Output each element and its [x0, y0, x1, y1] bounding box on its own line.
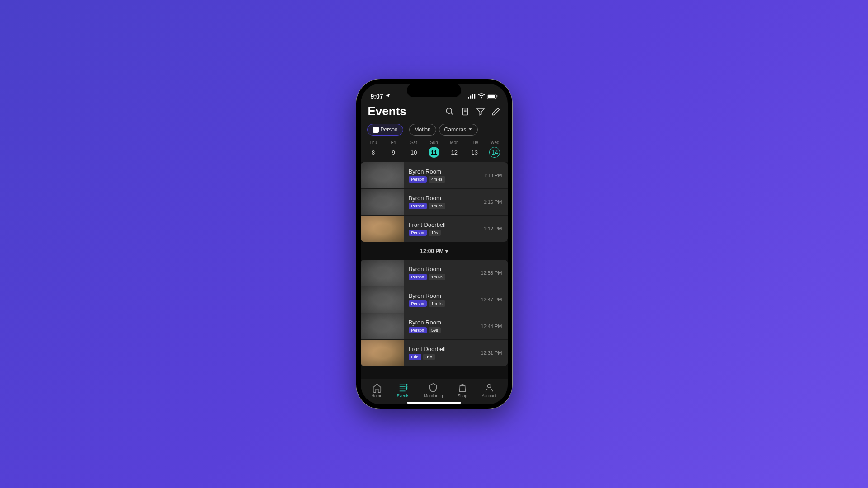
nav-label: Home	[372, 394, 382, 398]
event-time: 1:12 PM	[484, 226, 502, 231]
day-name: Wed	[490, 140, 499, 145]
nav-label: Events	[397, 394, 410, 398]
event-time: 1:16 PM	[484, 199, 502, 205]
svg-rect-1	[470, 96, 471, 99]
day-13[interactable]: Tue13	[469, 140, 480, 158]
time-section-header[interactable]: 12:00 PM ▾	[361, 243, 508, 260]
nav-monitoring[interactable]: Monitoring	[424, 383, 443, 398]
event-row[interactable]: Byron RoomPerson1m 5s12:53 PM	[361, 260, 508, 286]
event-row[interactable]: Byron RoomPerson1m 1s12:47 PM	[361, 286, 508, 313]
event-info: Byron RoomPerson4m 4s	[409, 168, 479, 183]
nav-label: Monitoring	[424, 394, 443, 398]
location-icon	[385, 93, 391, 100]
day-number: 10	[408, 147, 419, 158]
day-number: 8	[368, 147, 379, 158]
nav-label: Shop	[458, 394, 467, 398]
day-10[interactable]: Sat10	[408, 140, 419, 158]
badge-row: Person59s	[409, 327, 476, 333]
account-icon	[484, 383, 494, 393]
filter-chip-cameras[interactable]: Cameras	[439, 124, 478, 136]
svg-point-7	[446, 108, 452, 113]
duration-badge: 4m 4s	[429, 176, 445, 183]
event-thumbnail	[361, 286, 404, 313]
duration-badge: 1m 7s	[429, 203, 445, 209]
dynamic-island	[407, 84, 461, 97]
camera-name: Byron Room	[409, 195, 479, 202]
svg-rect-0	[468, 97, 469, 99]
battery-icon	[487, 93, 498, 100]
camera-name: Front Doorbell	[409, 346, 476, 352]
event-thumbnail	[361, 162, 404, 188]
clipboard-icon[interactable]	[461, 107, 470, 116]
day-number: 11	[429, 147, 439, 158]
day-name: Tue	[471, 140, 478, 145]
cellular-icon	[468, 93, 476, 100]
event-thumbnail	[361, 216, 404, 242]
nav-home[interactable]: Home	[372, 383, 382, 398]
day-name: Mon	[450, 140, 458, 145]
search-icon[interactable]	[445, 107, 454, 116]
day-9[interactable]: Fri9	[388, 140, 399, 158]
duration-badge: 1m 5s	[429, 274, 445, 280]
filter-chip-motion[interactable]: Motion	[409, 124, 436, 136]
edit-icon[interactable]	[491, 107, 500, 116]
svg-point-12	[487, 385, 491, 388]
event-time: 12:47 PM	[481, 297, 502, 302]
event-row[interactable]: Byron RoomPerson4m 4s1:18 PM	[361, 162, 508, 188]
caret-down-icon: ▾	[445, 248, 448, 254]
day-number: 13	[469, 147, 480, 158]
svg-rect-5	[487, 94, 494, 98]
events-list[interactable]: Byron RoomPerson4m 4s1:18 PMByron RoomPe…	[361, 162, 508, 379]
filter-icon[interactable]	[476, 107, 485, 116]
filter-chips: PersonMotionCameras	[361, 122, 508, 140]
nav-label: Account	[482, 394, 497, 398]
event-group: Byron RoomPerson1m 5s12:53 PMByron RoomP…	[361, 260, 508, 366]
nav-events[interactable]: Events	[397, 383, 410, 398]
screen: 9:07 Events PersonMotionCameras Thu8Fri9…	[361, 84, 508, 404]
day-12[interactable]: Mon12	[449, 140, 460, 158]
camera-name: Front Doorbell	[409, 221, 479, 228]
day-name: Sat	[410, 140, 417, 145]
svg-rect-2	[472, 94, 473, 99]
duration-badge: 19s	[429, 230, 441, 236]
filter-divider	[406, 125, 406, 135]
event-row[interactable]: Byron RoomPerson1m 7s1:16 PM	[361, 188, 508, 215]
home-icon	[372, 383, 382, 393]
status-time: 9:07	[371, 93, 383, 100]
tag-badge: Person	[409, 203, 427, 209]
event-row[interactable]: Front DoorbellPerson19s1:12 PM	[361, 215, 508, 242]
day-11[interactable]: Sun11	[429, 140, 439, 158]
nav-shop[interactable]: Shop	[458, 383, 467, 398]
event-time: 1:18 PM	[484, 173, 502, 178]
svg-rect-3	[474, 94, 475, 99]
event-info: Byron RoomPerson1m 1s	[409, 292, 476, 307]
page-title: Events	[368, 104, 406, 118]
bottom-nav: HomeEventsMonitoringShopAccount	[361, 379, 508, 400]
badge-row: Person4m 4s	[409, 176, 479, 183]
camera-name: Byron Room	[409, 266, 476, 272]
event-thumbnail	[361, 260, 404, 286]
svg-rect-6	[496, 95, 497, 97]
duration-badge: 1m 1s	[429, 300, 445, 307]
chevron-down-icon	[468, 127, 472, 133]
event-thumbnail	[361, 189, 404, 215]
day-14[interactable]: Wed14	[489, 140, 500, 158]
date-strip: Thu8Fri9Sat10Sun11Mon12Tue13Wed14	[361, 140, 508, 162]
day-name: Fri	[391, 140, 396, 145]
event-info: Byron RoomPerson59s	[409, 319, 476, 333]
event-thumbnail	[361, 313, 404, 339]
nav-account[interactable]: Account	[482, 383, 497, 398]
event-info: Front DoorbellErin31s	[409, 346, 476, 360]
camera-name: Byron Room	[409, 292, 476, 299]
day-8[interactable]: Thu8	[368, 140, 379, 158]
home-indicator[interactable]	[407, 402, 461, 404]
event-row[interactable]: Front DoorbellErin31s12:31 PM	[361, 339, 508, 366]
event-time: 12:44 PM	[481, 324, 502, 329]
filter-chip-person[interactable]: Person	[367, 124, 403, 136]
svg-point-10	[406, 386, 407, 388]
event-time: 12:53 PM	[481, 270, 502, 276]
day-number: 12	[449, 147, 460, 158]
day-name: Thu	[369, 140, 377, 145]
event-row[interactable]: Byron RoomPerson59s12:44 PM	[361, 313, 508, 339]
badge-row: Erin31s	[409, 354, 476, 360]
